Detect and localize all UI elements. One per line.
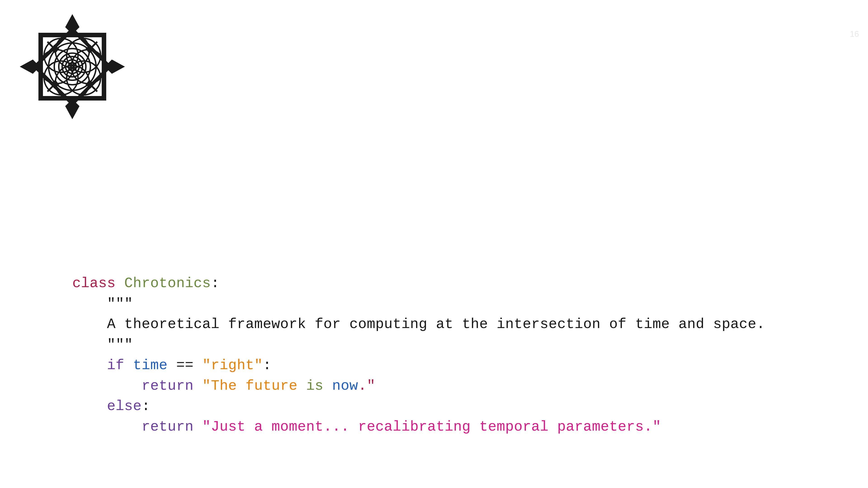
space — [323, 378, 332, 394]
indent — [72, 419, 142, 435]
indent — [72, 378, 142, 394]
space — [167, 357, 176, 373]
docstring-close: """ — [107, 337, 133, 353]
word-now: now — [332, 378, 358, 394]
keyword-return: return — [142, 419, 193, 435]
keyword-if: if — [107, 357, 124, 373]
class-name: Chrotonics — [124, 275, 211, 291]
colon: : — [263, 357, 272, 373]
word-future: future — [246, 378, 298, 394]
docstring-text: A theoretical framework for computing at… — [107, 316, 765, 332]
indent — [72, 357, 107, 373]
variable-time: time — [133, 357, 167, 373]
logo-mandala — [16, 10, 129, 123]
space — [193, 419, 202, 435]
indent — [72, 337, 107, 353]
code-block: class Chrotonics: """ A theoretical fram… — [72, 273, 765, 437]
space — [124, 357, 133, 373]
indent — [72, 316, 107, 332]
colon: : — [142, 398, 150, 414]
indent — [72, 296, 107, 312]
operator-eq: == — [176, 357, 194, 373]
colon: : — [211, 275, 219, 291]
period: . — [358, 378, 367, 394]
keyword-else: else — [107, 398, 142, 414]
space — [193, 378, 202, 394]
space — [298, 378, 306, 394]
word-the: The — [211, 378, 237, 394]
svg-point-15 — [54, 48, 90, 85]
svg-marker-5 — [35, 29, 110, 104]
string-recalibrating: "Just a moment... recalibrating temporal… — [202, 419, 661, 435]
quote: " — [202, 378, 211, 394]
space — [237, 378, 246, 394]
space — [193, 357, 202, 373]
svg-point-19 — [68, 63, 76, 71]
page-number: 16 — [850, 29, 859, 39]
keyword-class: class — [72, 275, 116, 291]
space — [116, 275, 124, 291]
indent — [72, 398, 107, 414]
word-is: is — [306, 378, 323, 394]
string-right: "right" — [202, 357, 263, 373]
quote: " — [367, 378, 375, 394]
docstring-open: """ — [107, 296, 133, 312]
keyword-return: return — [142, 378, 193, 394]
